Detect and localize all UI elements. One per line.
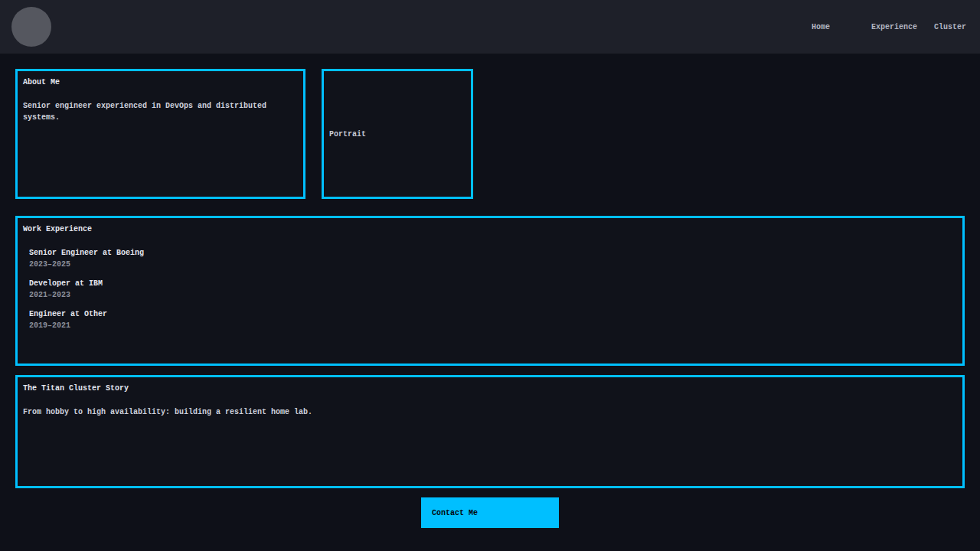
experience-years: 2021–2023: [29, 289, 957, 301]
experience-entry: Engineer at Other 2019–2021: [29, 308, 957, 331]
experience-years: 2019–2021: [29, 320, 957, 331]
about-card: About Me Senior engineer experienced in …: [15, 69, 305, 199]
experience-role: Engineer at Other: [29, 308, 957, 320]
experience-role: Senior Engineer at Boeing: [29, 247, 957, 259]
experience-years: 2023–2025: [29, 259, 957, 270]
nav-links: Home Experience Cluster: [812, 23, 966, 31]
portrait-label: Portrait: [329, 130, 366, 139]
about-body: Senior engineer experienced in DevOps an…: [23, 100, 298, 123]
cluster-story-card: The Titan Cluster Story From hobby to hi…: [15, 375, 965, 488]
nav-link-home[interactable]: Home: [812, 23, 830, 31]
work-experience-title: Work Experience: [23, 223, 957, 235]
cluster-story-title: The Titan Cluster Story: [23, 383, 957, 394]
cluster-story-body: From hobby to high availability: buildin…: [23, 406, 957, 418]
navbar: Home Experience Cluster: [0, 0, 980, 54]
work-experience-card: Work Experience Senior Engineer at Boein…: [15, 216, 965, 366]
nav-link-experience[interactable]: Experience: [871, 23, 917, 31]
about-title: About Me: [23, 77, 298, 88]
experience-entries: Senior Engineer at Boeing 2023–2025 Deve…: [29, 247, 957, 331]
contact-button[interactable]: Contact Me: [421, 497, 559, 528]
avatar[interactable]: [11, 7, 51, 47]
experience-entry: Senior Engineer at Boeing 2023–2025: [29, 247, 957, 270]
experience-entry: Developer at IBM 2021–2023: [29, 278, 957, 301]
nav-link-cluster[interactable]: Cluster: [934, 23, 966, 31]
contact-row: Contact Me: [15, 497, 965, 528]
experience-role: Developer at IBM: [29, 278, 957, 289]
main-content: About Me Senior engineer experienced in …: [0, 54, 980, 543]
portrait-card: Portrait: [322, 69, 473, 199]
top-row: About Me Senior engineer experienced in …: [15, 69, 965, 199]
